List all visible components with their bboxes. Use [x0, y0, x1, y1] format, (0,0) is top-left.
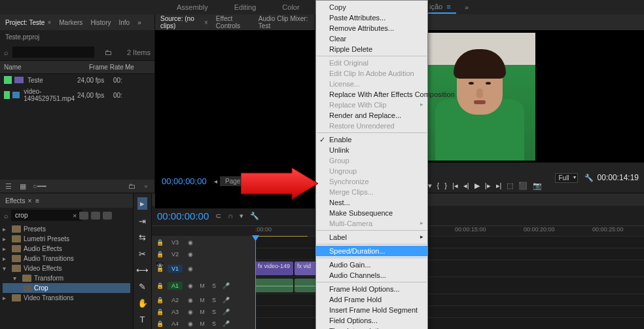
razor-tool-icon[interactable]: ✂ — [139, 249, 146, 259]
lock-icon[interactable]: 🔒 — [156, 251, 164, 258]
overflow-icon[interactable]: » — [137, 19, 141, 26]
mic-icon[interactable]: 🎤 — [222, 320, 230, 327]
menu-render-replace[interactable]: Render and Replace... — [316, 110, 427, 121]
toggle-output-icon[interactable]: ◉ — [187, 282, 194, 289]
lock-icon[interactable]: 🔒 — [156, 239, 164, 246]
effects-tab[interactable]: Effects — [5, 197, 25, 204]
info-tab[interactable]: Info — [119, 19, 130, 26]
pen-tool-icon[interactable]: ✎ — [139, 282, 146, 292]
video-clip[interactable]: fx video-149 — [255, 261, 293, 275]
tree-folder-video-tr[interactable]: ▸Video Transitions — [3, 293, 130, 303]
menu-replace-ae[interactable]: Replace With After Effects Composition — [316, 89, 427, 100]
mute-icon[interactable]: M — [198, 320, 206, 327]
play-icon[interactable]: ▶ — [474, 182, 480, 190]
tree-folder-lumetri[interactable]: ▸Lumetri Presets — [3, 234, 130, 244]
track-label[interactable]: A1 — [168, 282, 183, 290]
history-tab[interactable]: History — [90, 19, 111, 26]
menu-field-options[interactable]: Field Options... — [316, 315, 427, 326]
project-row[interactable]: Teste 24,00 fps 00: — [0, 74, 154, 86]
insert-icon[interactable]: ⬚ — [268, 178, 274, 185]
tabs-overflow-icon[interactable]: » — [465, 3, 469, 11]
link-icon[interactable]: ∩ — [228, 212, 233, 220]
mic-icon[interactable]: 🎤 — [222, 282, 230, 289]
fx-badge-icon[interactable] — [79, 212, 88, 220]
icon-view-icon[interactable]: ▦ — [18, 182, 27, 191]
lock-icon[interactable]: 🔒 — [156, 282, 164, 289]
mute-icon[interactable]: M — [198, 297, 206, 303]
tree-folder-audio-tr[interactable]: ▸Audio Transitions — [3, 254, 130, 263]
settings-icon[interactable]: 🔧 — [584, 174, 594, 182]
new-bin-icon[interactable]: 🗀 — [105, 48, 112, 56]
menu-add-frame-hold[interactable]: Add Frame Hold — [316, 294, 427, 305]
lock-icon[interactable]: 🔒 — [156, 320, 164, 327]
mic-icon[interactable]: 🎤 — [222, 297, 230, 303]
list-view-icon[interactable]: ☰ — [4, 182, 13, 191]
fx-badge-icon[interactable] — [91, 212, 100, 220]
marker-icon[interactable]: ▾ — [240, 212, 243, 220]
tab-color[interactable]: Color — [282, 3, 299, 11]
menu-copy[interactable]: Copy — [316, 2, 427, 12]
slip-tool-icon[interactable]: ⟷ — [136, 265, 149, 275]
col-in[interactable]: Me — [125, 64, 151, 71]
tab-editing[interactable]: Editing — [234, 3, 257, 11]
solo-icon[interactable]: S — [210, 309, 218, 315]
effect-controls-tab[interactable]: Effect Controls — [216, 15, 251, 29]
project-search-input[interactable] — [12, 47, 94, 58]
toggle-output-icon[interactable]: ◉ — [187, 320, 194, 327]
tree-folder-presets[interactable]: ▸Presets — [3, 224, 130, 234]
clip-mixer-tab[interactable]: Audio Clip Mixer: Test — [259, 15, 310, 29]
menu-nest[interactable]: Nest... — [316, 197, 427, 208]
tree-item-crop[interactable]: Crop — [3, 283, 130, 293]
tree-folder-audio-fx[interactable]: ▸Audio Effects — [3, 244, 130, 254]
next-page-icon[interactable]: ▸ — [254, 178, 257, 185]
hand-tool-icon[interactable]: ✋ — [137, 298, 148, 308]
settings-icon[interactable]: 🔧 — [250, 212, 259, 220]
effects-search-input[interactable] — [11, 210, 82, 221]
track-label[interactable]: V2 — [168, 250, 183, 258]
project-row[interactable]: video-1494529751.mp4 24,00 fps 00: — [0, 86, 154, 104]
solo-icon[interactable]: S — [210, 297, 218, 303]
menu-enable[interactable]: Enable — [316, 134, 427, 145]
col-name[interactable]: Name — [4, 64, 89, 71]
zoom-slider[interactable]: ○━━ — [33, 182, 42, 191]
type-tool-icon[interactable]: T — [140, 315, 145, 324]
menu-make-subsequence[interactable]: Make Subsequence — [316, 208, 427, 218]
toggle-output-icon[interactable]: ◉ — [187, 265, 194, 272]
lock-icon[interactable]: 🔒 — [156, 297, 164, 303]
menu-clear[interactable]: Clear — [316, 33, 427, 44]
tab-edicao[interactable]: ição ≡ — [424, 1, 456, 14]
project-tab[interactable]: Project: Teste — [5, 19, 45, 26]
lift-icon[interactable]: ⬚ — [507, 182, 513, 190]
toggle-output-icon[interactable]: ◉ — [187, 309, 194, 315]
solo-icon[interactable]: S — [210, 282, 218, 289]
menu-label[interactable]: Label — [316, 232, 427, 242]
new-item-icon[interactable]: ▫ — [141, 182, 151, 190]
source-tab[interactable]: Source: (no clips) — [160, 15, 202, 29]
col-fps[interactable]: Frame Rate — [89, 64, 125, 71]
toggle-output-icon[interactable]: ◉ — [187, 297, 194, 303]
ripple-tool-icon[interactable]: ⇆ — [139, 233, 146, 242]
tab-assembly[interactable]: Assembly — [177, 3, 208, 11]
add-marker-icon[interactable]: ▾ — [428, 182, 432, 190]
playhead[interactable] — [255, 236, 256, 329]
track-label[interactable]: V1 — [168, 265, 183, 273]
track-select-tool-icon[interactable]: ⇥ — [139, 216, 146, 226]
close-icon[interactable]: × — [47, 19, 51, 26]
step-fwd-icon[interactable]: |▸ — [485, 182, 491, 190]
step-back-icon[interactable]: ◂| — [463, 182, 469, 190]
tree-folder-video-fx[interactable]: ▾Video Effects — [3, 263, 130, 273]
mark-out-icon[interactable]: } — [444, 182, 447, 190]
track-label[interactable]: A3 — [168, 308, 183, 316]
toggle-output-icon[interactable]: ◉ — [187, 239, 194, 246]
prev-page-icon[interactable]: ◂ — [214, 178, 217, 185]
audio-clip[interactable] — [255, 279, 293, 292]
go-out-icon[interactable]: ▸| — [496, 182, 502, 190]
clear-icon[interactable]: × — [73, 212, 77, 220]
lock-icon[interactable]: 🔒 — [156, 309, 164, 315]
snap-icon[interactable]: ⊂ — [215, 212, 221, 220]
menu-paste-attributes[interactable]: Paste Attributes... — [316, 12, 427, 23]
mute-icon[interactable]: M — [198, 309, 206, 315]
selection-tool-icon[interactable]: ▸ — [137, 197, 147, 210]
menu-insert-fh-segment[interactable]: Insert Frame Hold Segment — [316, 305, 427, 315]
close-icon[interactable]: × — [204, 19, 208, 26]
